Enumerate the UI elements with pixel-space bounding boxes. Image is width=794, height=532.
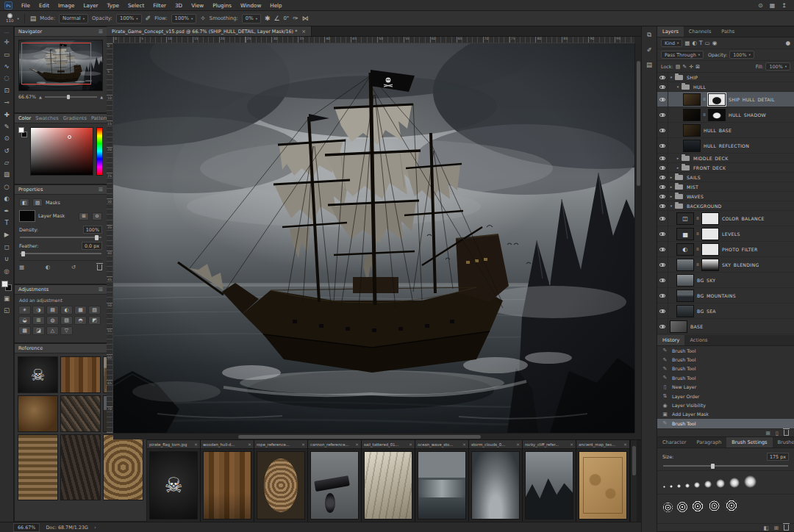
chevron-right-icon[interactable]: ▸ <box>675 165 681 170</box>
menu-help[interactable]: Help <box>265 2 286 9</box>
hand-tool-icon[interactable]: ∪ <box>0 253 14 265</box>
reference-image-thumb[interactable] <box>579 451 627 520</box>
reset-icon[interactable]: ↺ <box>71 264 76 270</box>
vector-mask-icon[interactable]: ▨ <box>32 198 43 206</box>
brush-tip-preview[interactable] <box>670 485 673 488</box>
reference-tab[interactable]: sail_tattered_01...× <box>362 440 415 449</box>
healing-brush-tool-icon[interactable]: ✚ <box>0 108 14 120</box>
filter-kind-select[interactable]: Kind ▾ <box>661 39 682 47</box>
adjustments-header[interactable]: Adjustments ☰ <box>15 285 107 295</box>
menu-3d[interactable]: 3D <box>171 2 187 9</box>
brush-tip-preview[interactable] <box>677 484 681 488</box>
brush-size-slider[interactable] <box>663 465 788 467</box>
layer-row-bg_mountains[interactable]: BG_MOUNTAINS <box>657 288 794 303</box>
reference-thumb-flag[interactable] <box>18 356 58 393</box>
layer-thumbnail[interactable] <box>683 109 701 121</box>
layer-thumbnail[interactable] <box>683 93 701 106</box>
history-step[interactable]: ✎Brush Tool <box>657 373 794 382</box>
layer-row-mist[interactable]: ▸MIST <box>657 182 794 192</box>
vertical-ruler[interactable]: 0510152025303540455055606570 <box>107 43 113 433</box>
tab-brush-settings[interactable]: Brush Settings <box>726 437 772 447</box>
brush-options-icon[interactable]: ◧ <box>764 525 769 531</box>
crop-tool-icon[interactable]: ⊡ <box>0 85 14 96</box>
brush-tip-preview[interactable] <box>729 478 740 488</box>
blur-tool-icon[interactable]: ○ <box>0 181 14 193</box>
layer-mask-thumbnail[interactable] <box>701 243 719 256</box>
adjustment-icon-1[interactable]: ☀ <box>18 306 31 314</box>
fg-bg-mini-swatches[interactable] <box>18 127 27 137</box>
adjustment-icon-15[interactable]: △ <box>46 326 59 335</box>
density-value[interactable]: 100% <box>83 226 102 234</box>
layer-thumbnail[interactable] <box>670 320 687 333</box>
close-icon[interactable]: × <box>301 29 306 35</box>
zoom-level-field[interactable]: 66.67% <box>13 523 40 532</box>
canvas-viewport[interactable] <box>113 43 634 433</box>
layer-mask-thumbnail[interactable] <box>708 93 726 106</box>
mask-options-icon[interactable]: ⊖ <box>92 212 102 220</box>
adjustment-icon-5[interactable]: ▦ <box>74 306 87 314</box>
reference-image-thumb[interactable] <box>257 451 305 520</box>
tab-actions[interactable]: Actions <box>684 335 712 345</box>
foreground-color-swatch[interactable] <box>18 127 24 133</box>
pressure-size-icon[interactable]: ✑ <box>293 15 298 22</box>
foreground-color-swatch[interactable] <box>1 281 8 287</box>
type-tool-icon[interactable]: T <box>0 217 14 229</box>
adjustment-icon-2[interactable]: ◑ <box>32 306 45 314</box>
adjustment-icon-4[interactable]: ◐ <box>60 306 73 314</box>
reference-tab[interactable]: rope_reference...× <box>254 440 307 449</box>
layer-thumbnail[interactable] <box>676 259 694 271</box>
visibility-toggle[interactable] <box>657 107 668 122</box>
visibility-toggle[interactable] <box>657 123 668 137</box>
tab-paragraph[interactable]: Paragraph <box>692 437 727 447</box>
tab-character[interactable]: Character <box>657 437 692 447</box>
menu-select[interactable]: Select <box>124 2 149 9</box>
menu-view[interactable]: View <box>187 2 208 9</box>
visibility-toggle[interactable] <box>657 73 668 82</box>
reference-tab[interactable]: pirate_flag_torn.jpg× <box>147 440 200 449</box>
scrollbar-thumb[interactable] <box>238 435 481 439</box>
layer-thumbnail[interactable] <box>683 140 701 152</box>
adjustment-layer-icon[interactable]: ▅ <box>676 228 694 240</box>
new-brush-icon[interactable]: ⊞ <box>774 525 779 531</box>
filter-pixel-layers-icon[interactable]: ▦ <box>684 40 690 46</box>
feather-slider[interactable] <box>20 253 101 254</box>
navigator-header[interactable]: Navigator ☰ <box>15 27 107 37</box>
saturation-brightness-field[interactable] <box>30 127 93 176</box>
reference-thumb-rigging[interactable] <box>60 395 101 432</box>
reference-image-thumb[interactable] <box>310 451 359 520</box>
reference-tab[interactable]: ancient_map_tex...× <box>576 440 629 449</box>
workspace-switcher-icon[interactable]: ▦ <box>770 2 776 9</box>
tab-history[interactable]: History <box>657 335 684 345</box>
brush-tip-preview[interactable] <box>692 500 704 512</box>
select-mask-icon[interactable]: ⊞ <box>79 212 89 220</box>
chevron-down-icon[interactable]: ▾ <box>668 75 674 79</box>
visibility-toggle[interactable] <box>657 92 668 107</box>
history-dock-icon[interactable]: ✐ <box>646 46 651 54</box>
path-selection-tool-icon[interactable]: ▶ <box>0 229 14 240</box>
canvas-image[interactable] <box>113 43 634 433</box>
vertical-scrollbar[interactable] <box>634 43 641 433</box>
slider-thumb[interactable] <box>95 235 99 240</box>
adjustment-icon-12[interactable]: ◩ <box>88 316 101 325</box>
layer-row-base[interactable]: BASE <box>657 319 794 334</box>
close-icon[interactable]: × <box>248 442 251 447</box>
color-picker-ring[interactable] <box>68 135 71 139</box>
chevron-right-icon[interactable]: ▸ <box>668 175 674 179</box>
new-snapshot-icon[interactable]: ⊞ <box>766 430 770 436</box>
menu-file[interactable]: File <box>17 2 35 9</box>
chevron-down-icon[interactable]: ▾ <box>675 85 681 89</box>
layer-row-levels[interactable]: ▅8LEVELS <box>657 226 794 242</box>
reference-tab[interactable]: ocean_wave_sto...× <box>415 440 468 449</box>
tab-channels[interactable]: Channels <box>684 26 717 37</box>
navigator-zoom-slider[interactable] <box>45 96 97 98</box>
reference-thumb-coil[interactable] <box>103 434 143 500</box>
chevron-right-icon[interactable]: ▸ <box>675 156 681 160</box>
layer-mask-thumbnail[interactable] <box>701 259 719 271</box>
clone-stamp-tool-icon[interactable]: ⊙ <box>0 132 14 144</box>
layer-row-sails[interactable]: ▸SAILS <box>657 173 794 182</box>
chevron-right-icon[interactable]: ▸ <box>668 184 674 189</box>
brush-tip-preview[interactable] <box>694 482 700 488</box>
reference-thumb-carving[interactable] <box>18 395 58 432</box>
navigator-view-box[interactable] <box>21 43 91 85</box>
visibility-toggle[interactable] <box>657 303 668 318</box>
